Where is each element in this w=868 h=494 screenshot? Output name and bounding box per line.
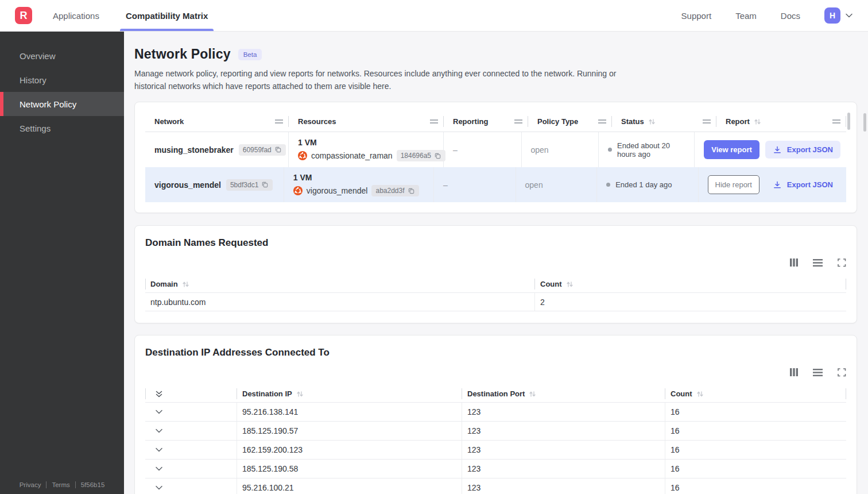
resources-cell: 1 VM vigorous_mendel aba2dd3f: [284, 167, 434, 202]
nav-link-docs[interactable]: Docs: [781, 11, 800, 21]
column-resize-handle-icon[interactable]: [703, 119, 711, 124]
domain-cell: ntp.ubuntu.com: [145, 293, 535, 311]
chevron-down-icon[interactable]: [155, 427, 163, 435]
resource-name: vigorous_mendel: [307, 186, 368, 195]
status-cell: Ended about 20 hours ago: [599, 132, 695, 167]
column-resize-handle-icon[interactable]: [430, 119, 438, 124]
download-icon: [773, 145, 782, 154]
sort-icon[interactable]: [529, 391, 536, 397]
page-scrollbar[interactable]: [863, 113, 866, 132]
terms-link[interactable]: Terms: [52, 481, 69, 488]
dest-ip-row[interactable]: 95.216.138.141 123 16: [145, 402, 846, 421]
app-logo[interactable]: R: [15, 7, 32, 24]
network-row[interactable]: vigorous_mendel 5bdf3dc1 1 VM vigorous_m…: [145, 167, 846, 202]
column-header-domain: Domain: [145, 276, 535, 292]
resource-name: compassionate_raman: [311, 151, 393, 160]
copy-icon[interactable]: [274, 146, 282, 153]
networks-table-header: Network Resources Reporting Policy Type …: [145, 111, 846, 132]
sidebar-item-settings[interactable]: Settings: [0, 116, 124, 140]
view-report-button[interactable]: View report: [704, 140, 760, 159]
dest-ip-row[interactable]: 95.216.100.21 123 16: [145, 478, 846, 494]
column-resize-handle-icon[interactable]: [598, 119, 606, 124]
tab-applications[interactable]: Applications: [52, 0, 100, 31]
column-header-network: Network: [145, 111, 289, 132]
domain-row[interactable]: ntp.ubuntu.com 2: [145, 292, 846, 311]
divider: [75, 481, 76, 488]
dest-ip-row[interactable]: 185.125.190.57 123 16: [145, 421, 846, 440]
network-id-pill: 5bdf3dc1: [226, 179, 273, 191]
chevron-down-icon[interactable]: [845, 11, 853, 20]
chevron-down-icon[interactable]: [155, 465, 163, 473]
download-icon: [773, 180, 782, 189]
copy-icon[interactable]: [408, 187, 415, 195]
avatar[interactable]: H: [824, 7, 840, 24]
count-cell: 2: [535, 293, 846, 311]
dest-ip-row[interactable]: 185.125.190.58 123 16: [145, 459, 846, 478]
network-cell: musing_stonebraker 60959fad: [145, 132, 289, 167]
column-header-resources: Resources: [289, 111, 444, 132]
row-density-icon[interactable]: [813, 258, 823, 268]
column-header-reporting: Reporting: [444, 111, 528, 132]
sort-icon[interactable]: [696, 391, 704, 397]
expand-cell: [145, 422, 237, 440]
column-header-policy-type: Policy Type: [528, 111, 612, 132]
hide-report-button[interactable]: Hide report: [708, 175, 760, 194]
columns-icon[interactable]: [789, 368, 799, 377]
fullscreen-icon[interactable]: [837, 258, 846, 267]
expand-cell: [145, 460, 237, 478]
network-name: vigorous_mendel: [154, 180, 221, 190]
sort-icon[interactable]: [566, 281, 574, 288]
table-scrollbar[interactable]: [847, 113, 850, 130]
sort-icon[interactable]: [182, 281, 189, 288]
port-cell: 123: [462, 441, 665, 459]
build-version: 5f56b15: [81, 481, 105, 488]
report-cell: View report Export JSON: [695, 132, 846, 167]
count-cell: 16: [665, 478, 846, 494]
privacy-link[interactable]: Privacy: [20, 481, 41, 488]
copy-icon[interactable]: [261, 181, 269, 188]
network-id-pill: 60959fad: [239, 144, 286, 156]
column-resize-handle-icon[interactable]: [832, 119, 840, 124]
copy-icon[interactable]: [434, 152, 441, 160]
sort-icon[interactable]: [648, 118, 656, 125]
status-text: Ended about 20 hours ago: [617, 141, 688, 159]
tab-compatibility-matrix[interactable]: Compatibility Matrix: [125, 0, 209, 31]
sidebar: Overview History Network Policy Settings…: [0, 32, 124, 494]
chevron-down-icon[interactable]: [155, 446, 163, 454]
export-json-button[interactable]: Export JSON: [765, 141, 840, 159]
ubuntu-icon: [298, 151, 307, 160]
sidebar-item-history[interactable]: History: [0, 68, 124, 92]
dest-ip-row[interactable]: 162.159.200.123 123 16: [145, 440, 846, 459]
sidebar-item-overview[interactable]: Overview: [0, 44, 124, 68]
column-resize-handle-icon[interactable]: [275, 119, 283, 124]
nav-link-support[interactable]: Support: [681, 11, 712, 21]
vm-count: 1 VM: [298, 138, 317, 147]
ip-cell: 95.216.138.141: [237, 403, 462, 421]
sort-icon[interactable]: [296, 391, 304, 397]
page-description: Manage network policy, reporting and vie…: [134, 68, 640, 92]
sort-icon[interactable]: [754, 118, 761, 125]
column-header-status: Status: [612, 111, 716, 132]
vm-count: 1 VM: [293, 173, 312, 182]
sidebar-item-network-policy[interactable]: Network Policy: [0, 92, 124, 116]
row-density-icon[interactable]: [813, 368, 823, 377]
top-navbar: R Applications Compatibility Matrix Supp…: [0, 0, 868, 32]
sidebar-footer: Privacy Terms 5f56b15: [0, 481, 124, 488]
column-resize-handle-icon[interactable]: [514, 119, 522, 124]
count-cell: 16: [665, 422, 846, 440]
ip-cell: 185.125.190.57: [237, 422, 462, 440]
column-header-report: Report: [716, 111, 846, 132]
fullscreen-icon[interactable]: [837, 368, 846, 377]
port-cell: 123: [462, 460, 665, 478]
ip-cell: 162.159.200.123: [237, 441, 462, 459]
policy-type-cell: open: [522, 132, 599, 167]
columns-icon[interactable]: [789, 258, 799, 267]
count-cell: 16: [665, 403, 846, 421]
network-row[interactable]: musing_stonebraker 60959fad 1 VM compass…: [145, 132, 846, 167]
expand-all-icon[interactable]: [155, 390, 163, 398]
chevron-down-icon[interactable]: [155, 408, 163, 416]
chevron-down-icon[interactable]: [155, 484, 163, 492]
nav-link-team[interactable]: Team: [735, 11, 757, 21]
export-json-button[interactable]: Export JSON: [765, 176, 840, 194]
user-menu[interactable]: H: [824, 7, 853, 24]
